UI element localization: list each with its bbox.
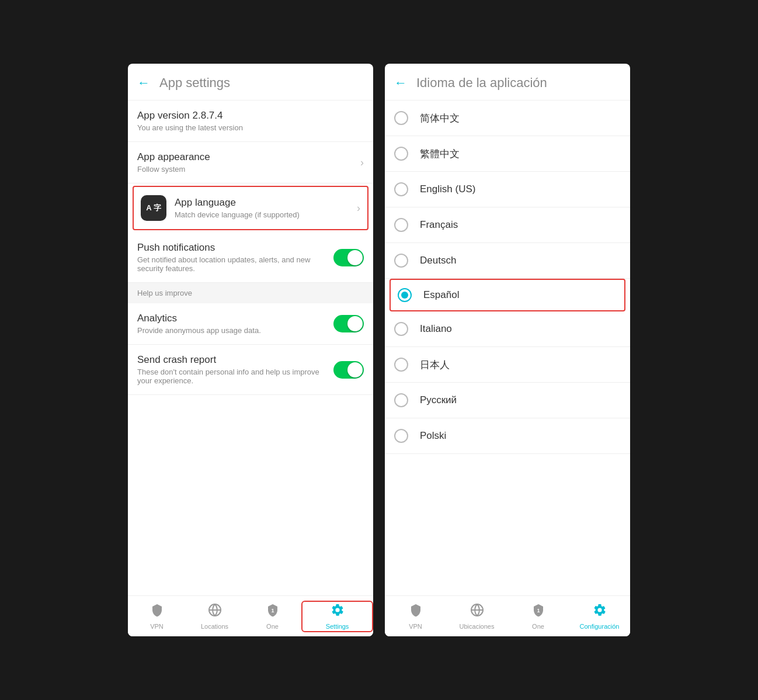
- lang-it[interactable]: Italiano: [385, 311, 630, 347]
- lang-name-ja: 日本人: [420, 358, 450, 372]
- lang-name-it: Italiano: [420, 323, 452, 335]
- svg-text:1: 1: [271, 608, 274, 614]
- radio-ja[interactable]: [394, 358, 408, 372]
- language-list: 简体中文 繁體中文 English (US) Français Deutsch: [385, 101, 630, 636]
- ubicaciones-label: Ubicaciones: [460, 623, 495, 630]
- app-appearance-item[interactable]: App appearance Follow system ›: [128, 142, 373, 183]
- one-label-left: One: [266, 623, 279, 630]
- crash-report-subtitle: These don't contain personal info and he…: [137, 368, 333, 385]
- left-bottom-nav: VPN Locations 1 One: [128, 595, 373, 636]
- left-screen-title: App settings: [159, 75, 230, 91]
- lang-name-en-us: English (US): [420, 183, 475, 195]
- analytics-title: Analytics: [137, 313, 333, 324]
- configuracion-label: Configuración: [580, 623, 620, 630]
- lang-name-fr: Français: [420, 219, 458, 231]
- app-version-title: App version 2.8.7.4: [137, 110, 364, 122]
- nav-ubicaciones[interactable]: Ubicaciones: [446, 598, 507, 635]
- crash-report-title: Send crash report: [137, 354, 333, 366]
- push-notifications-toggle[interactable]: [333, 249, 364, 266]
- lang-name-es: Español: [423, 289, 459, 301]
- app-language-icon: A 字: [141, 195, 166, 221]
- lang-de[interactable]: Deutsch: [385, 243, 630, 279]
- push-notifications-title: Push notifications: [137, 242, 333, 254]
- lang-en-us[interactable]: English (US): [385, 172, 630, 207]
- lang-name-ru: Русский: [420, 394, 457, 406]
- radio-es[interactable]: [398, 288, 412, 302]
- crash-report-toggle[interactable]: [333, 361, 364, 379]
- left-header: ← App settings: [128, 64, 373, 101]
- lang-name-zh-tw: 繁體中文: [420, 147, 460, 161]
- radio-zh-cn[interactable]: [394, 111, 408, 125]
- app-version-subtitle: You are using the latest version: [137, 123, 364, 132]
- help-section-header: Help us improve: [128, 283, 373, 303]
- one-icon-right: 1: [531, 603, 545, 621]
- app-language-item[interactable]: A 字 App language Match device language (…: [133, 186, 368, 230]
- analytics-item[interactable]: Analytics Provide anonymous app usage da…: [128, 303, 373, 345]
- back-button-right[interactable]: ←: [394, 75, 407, 91]
- vpn-icon: [150, 603, 164, 621]
- ubicaciones-icon: [470, 603, 484, 621]
- lang-ja[interactable]: 日本人: [385, 347, 630, 383]
- settings-label-left: Settings: [326, 623, 349, 630]
- left-screen: ← App settings App version 2.8.7.4 You a…: [128, 64, 373, 636]
- one-icon: 1: [266, 603, 280, 621]
- lang-name-pl: Polski: [420, 430, 446, 442]
- crash-report-item[interactable]: Send crash report These don't contain pe…: [128, 345, 373, 395]
- radio-zh-tw[interactable]: [394, 147, 408, 161]
- locations-label-left: Locations: [201, 623, 228, 630]
- app-appearance-title: App appearance: [137, 151, 360, 163]
- lang-zh-cn[interactable]: 简体中文: [385, 101, 630, 136]
- lang-pl[interactable]: Polski: [385, 418, 630, 454]
- lang-fr[interactable]: Français: [385, 207, 630, 243]
- radio-de[interactable]: [394, 254, 408, 268]
- radio-en-us[interactable]: [394, 182, 408, 196]
- radio-fr[interactable]: [394, 218, 408, 232]
- nav-settings-left[interactable]: Settings: [301, 601, 373, 632]
- right-header: ← Idioma de la aplicación: [385, 64, 630, 101]
- radio-pl[interactable]: [394, 429, 408, 443]
- nav-one-right[interactable]: 1 One: [507, 598, 569, 635]
- vpn-label-right: VPN: [409, 623, 422, 630]
- vpn-label-left: VPN: [150, 623, 164, 630]
- nav-vpn-left[interactable]: VPN: [128, 598, 186, 635]
- one-label-right: One: [532, 623, 544, 630]
- app-language-title: App language: [175, 197, 357, 209]
- right-screen-title: Idioma de la aplicación: [416, 75, 547, 91]
- radio-ru[interactable]: [394, 393, 408, 407]
- locations-icon: [208, 603, 222, 621]
- push-notifications-subtitle: Get notified about location updates, ale…: [137, 255, 333, 273]
- vpn-icon-right: [409, 603, 423, 621]
- nav-one-left[interactable]: 1 One: [244, 598, 301, 635]
- analytics-toggle[interactable]: [333, 315, 364, 332]
- nav-configuracion[interactable]: Configuración: [569, 598, 630, 635]
- lang-name-de: Deutsch: [420, 255, 456, 266]
- nav-locations-left[interactable]: Locations: [186, 598, 244, 635]
- lang-zh-tw[interactable]: 繁體中文: [385, 136, 630, 172]
- app-version-item: App version 2.8.7.4 You are using the la…: [128, 101, 373, 142]
- back-button-left[interactable]: ←: [137, 75, 150, 91]
- right-bottom-nav: VPN Ubicaciones 1 One: [385, 595, 630, 636]
- lang-name-zh-cn: 简体中文: [420, 112, 460, 125]
- app-language-subtitle: Match device language (if supported): [175, 210, 357, 219]
- chevron-icon: ›: [360, 157, 364, 169]
- radio-it[interactable]: [394, 322, 408, 336]
- nav-vpn-right[interactable]: VPN: [385, 598, 446, 635]
- lang-es[interactable]: Español: [390, 279, 625, 311]
- push-notifications-item[interactable]: Push notifications Get notified about lo…: [128, 233, 373, 283]
- chevron-icon-lang: ›: [357, 202, 360, 214]
- settings-content: App version 2.8.7.4 You are using the la…: [128, 101, 373, 636]
- right-screen: ← Idioma de la aplicación 简体中文 繁體中文 Engl…: [385, 64, 630, 636]
- lang-ru[interactable]: Русский: [385, 383, 630, 418]
- analytics-subtitle: Provide anonymous app usage data.: [137, 326, 333, 335]
- configuracion-icon: [593, 603, 607, 621]
- svg-text:1: 1: [537, 608, 540, 614]
- app-appearance-subtitle: Follow system: [137, 165, 360, 174]
- settings-icon: [331, 603, 345, 621]
